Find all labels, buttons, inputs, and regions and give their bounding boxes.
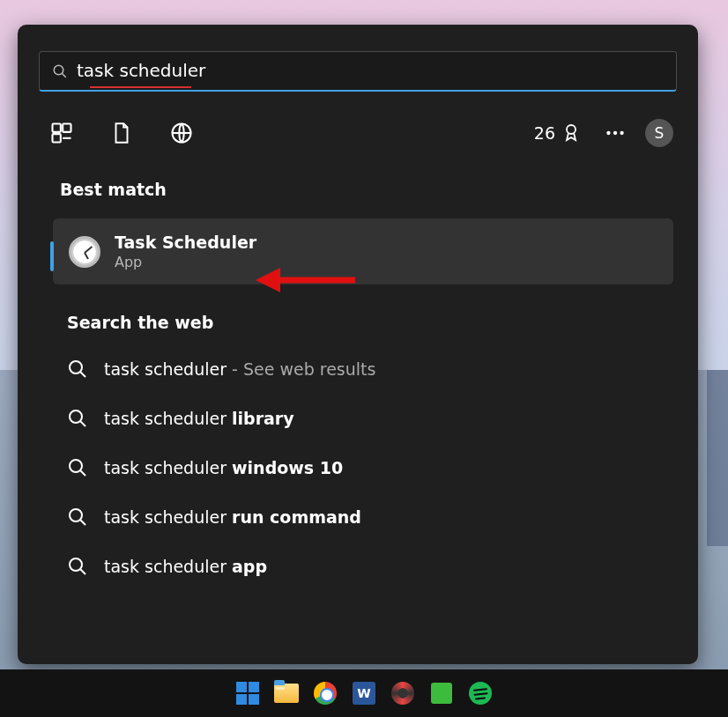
web-result-item[interactable]: task scheduler run command bbox=[67, 492, 698, 542]
svg-point-6 bbox=[567, 125, 576, 134]
best-match-title: Task Scheduler bbox=[115, 233, 256, 252]
svg-point-18 bbox=[70, 558, 82, 571]
spotify-button[interactable] bbox=[467, 680, 494, 706]
svg-rect-2 bbox=[53, 124, 61, 132]
svg-point-16 bbox=[70, 509, 82, 521]
windows-icon bbox=[236, 682, 259, 705]
chrome-icon bbox=[314, 682, 337, 705]
selection-indicator bbox=[50, 241, 54, 271]
tab-all-icon[interactable] bbox=[42, 114, 81, 152]
web-results-list: task scheduler - See web results task sc… bbox=[18, 332, 698, 591]
search-icon bbox=[67, 408, 88, 429]
search-input[interactable] bbox=[77, 60, 664, 83]
web-result-text: task scheduler - See web results bbox=[104, 359, 375, 379]
svg-point-7 bbox=[606, 131, 610, 135]
medal-icon bbox=[561, 122, 582, 144]
search-web-heading: Search the web bbox=[18, 285, 698, 332]
svg-line-11 bbox=[80, 372, 85, 377]
svg-point-12 bbox=[70, 410, 82, 423]
svg-point-9 bbox=[620, 131, 623, 135]
start-search-panel: 26 S Best match Task Scheduler App Searc… bbox=[18, 25, 698, 664]
taskbar: W bbox=[0, 669, 728, 717]
chat-app-button[interactable] bbox=[428, 680, 455, 706]
svg-point-0 bbox=[54, 65, 63, 75]
best-match-subtitle: App bbox=[115, 254, 256, 270]
more-options-button[interactable] bbox=[598, 115, 633, 151]
svg-line-15 bbox=[80, 470, 85, 476]
web-result-item[interactable]: task scheduler - See web results bbox=[67, 344, 698, 394]
web-result-text: task scheduler windows 10 bbox=[104, 458, 343, 477]
svg-point-8 bbox=[613, 131, 617, 135]
folder-icon bbox=[274, 684, 299, 703]
svg-point-14 bbox=[70, 460, 82, 472]
best-match-heading: Best match bbox=[18, 155, 698, 199]
web-result-item[interactable]: task scheduler library bbox=[67, 394, 698, 443]
best-match-result[interactable]: Task Scheduler App bbox=[53, 218, 673, 285]
svg-line-17 bbox=[80, 520, 85, 525]
word-button[interactable]: W bbox=[351, 680, 377, 706]
web-result-text: task scheduler library bbox=[104, 409, 294, 428]
task-scheduler-app-icon bbox=[69, 236, 100, 268]
svg-line-1 bbox=[62, 73, 66, 78]
web-result-text: task scheduler app bbox=[104, 557, 267, 576]
search-icon bbox=[67, 457, 88, 478]
rewards-points-count: 26 bbox=[534, 123, 555, 143]
tab-web-icon[interactable] bbox=[162, 114, 201, 152]
search-icon bbox=[67, 506, 88, 528]
start-button[interactable] bbox=[234, 680, 261, 706]
filter-tabs-row: 26 S bbox=[18, 92, 698, 155]
web-result-item[interactable]: task scheduler windows 10 bbox=[67, 443, 698, 492]
svg-rect-4 bbox=[53, 134, 61, 142]
spotify-icon bbox=[469, 682, 492, 705]
rewards-points[interactable]: 26 bbox=[534, 122, 582, 144]
ellipsis-icon bbox=[604, 122, 627, 144]
word-icon: W bbox=[353, 682, 375, 705]
wallpaper-building bbox=[707, 370, 728, 546]
web-result-text: task scheduler run command bbox=[104, 507, 361, 527]
tab-documents-icon[interactable] bbox=[102, 114, 141, 152]
user-avatar[interactable]: S bbox=[645, 119, 673, 147]
search-icon bbox=[67, 556, 88, 577]
search-icon bbox=[52, 63, 68, 79]
search-icon bbox=[67, 358, 88, 380]
chat-icon bbox=[431, 683, 452, 704]
svg-line-13 bbox=[80, 421, 85, 426]
opera-button[interactable] bbox=[390, 680, 416, 706]
svg-line-19 bbox=[80, 569, 85, 574]
avatar-initial: S bbox=[655, 124, 665, 142]
svg-point-10 bbox=[70, 361, 82, 373]
file-explorer-button[interactable] bbox=[273, 680, 300, 706]
chrome-button[interactable] bbox=[312, 680, 338, 706]
opera-icon bbox=[391, 682, 414, 705]
web-result-item[interactable]: task scheduler app bbox=[67, 542, 698, 591]
spellcheck-underline bbox=[90, 86, 191, 88]
svg-rect-3 bbox=[63, 124, 71, 132]
